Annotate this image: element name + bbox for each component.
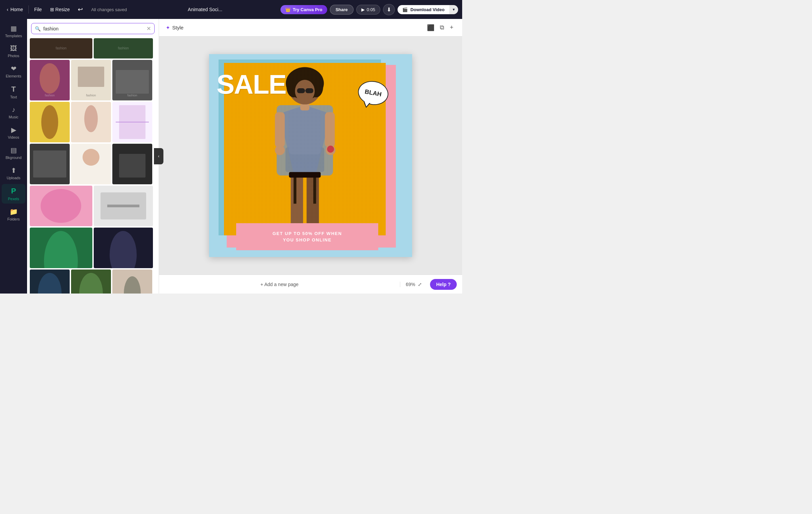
photo-item[interactable] bbox=[112, 102, 152, 142]
folders-label: Folders bbox=[7, 217, 20, 221]
templates-icon: ▦ bbox=[10, 24, 17, 32]
search-input[interactable] bbox=[43, 26, 144, 31]
design-canvas[interactable]: SALE BLAH GET UP TO 50% OFF WHEN YOU SHO… bbox=[209, 54, 412, 257]
download-dropdown-button[interactable]: ▾ bbox=[449, 5, 458, 14]
sidebar-item-elements[interactable]: ❤ Elements bbox=[2, 62, 25, 81]
text-icon: T bbox=[11, 85, 16, 94]
share-button[interactable]: Share bbox=[330, 5, 354, 15]
sidebar-item-templates[interactable]: ▦ Templates bbox=[2, 22, 25, 41]
grid-row bbox=[30, 186, 156, 226]
blah-text: BLAH bbox=[364, 88, 382, 98]
elements-icon: ❤ bbox=[11, 65, 17, 73]
sidebar-item-pexels[interactable]: P Pexels bbox=[2, 184, 25, 204]
clear-search-button[interactable]: ✕ bbox=[146, 25, 151, 32]
svg-rect-26 bbox=[119, 154, 145, 178]
play-time: 0:05 bbox=[367, 7, 375, 12]
photo-item[interactable]: fashion bbox=[112, 60, 152, 100]
collapse-icon: ‹ bbox=[158, 154, 159, 159]
grid-row bbox=[30, 270, 156, 294]
sidebar-item-folders[interactable]: 📁 Folders bbox=[2, 205, 25, 224]
canvas-wrapper: SALE BLAH GET UP TO 50% OFF WHEN YOU SHO… bbox=[159, 37, 462, 275]
home-arrow-icon: ‹ bbox=[7, 7, 8, 12]
zoom-level: 69% bbox=[406, 282, 415, 287]
background-icon: ▤ bbox=[10, 146, 17, 154]
search-icon: 🔍 bbox=[35, 26, 41, 31]
background-label: Bkground bbox=[5, 156, 21, 160]
chevron-down-icon: ▾ bbox=[453, 7, 455, 12]
photo-item[interactable]: fashion bbox=[94, 38, 153, 59]
style-sparkle-icon: ✦ bbox=[166, 25, 170, 31]
photo-item[interactable] bbox=[71, 144, 111, 184]
photo-item[interactable] bbox=[30, 102, 70, 142]
templates-label: Templates bbox=[5, 34, 22, 38]
photo-item[interactable] bbox=[94, 186, 153, 226]
canvas-area: ✦ Style ⬛ ⧉ + bbox=[159, 19, 462, 294]
frame-tool-button[interactable]: ⬛ bbox=[425, 23, 436, 33]
canvas-tools: ⬛ ⧉ + bbox=[425, 23, 455, 33]
svg-point-6 bbox=[40, 63, 60, 94]
videos-label: Videos bbox=[8, 135, 19, 139]
photo-item[interactable]: fashion bbox=[30, 60, 70, 100]
svg-point-17 bbox=[84, 105, 98, 132]
try-pro-button[interactable]: 👑 Try Canva Pro bbox=[280, 5, 327, 14]
home-label: Home bbox=[10, 7, 23, 12]
grid-row: fashion fashion fashion bbox=[30, 60, 156, 100]
collapse-panel-button[interactable]: ‹ bbox=[154, 148, 163, 164]
sidebar-item-text[interactable]: T Text bbox=[2, 82, 25, 102]
download-video-button[interactable]: 🎬 Download Video bbox=[398, 5, 449, 14]
sidebar-item-music[interactable]: ♪ Music bbox=[2, 103, 25, 122]
saved-status: All changes saved bbox=[91, 7, 127, 12]
undo-button[interactable]: ↩ bbox=[75, 4, 86, 15]
photo-item[interactable] bbox=[112, 144, 152, 184]
text-label: Text bbox=[10, 95, 17, 99]
play-icon: ▶ bbox=[361, 7, 365, 12]
uploads-icon: ⬆ bbox=[11, 166, 17, 174]
photo-item[interactable] bbox=[71, 270, 111, 294]
svg-point-15 bbox=[41, 105, 58, 139]
music-label: Music bbox=[9, 115, 19, 119]
help-button[interactable]: Help ? bbox=[430, 279, 457, 290]
play-button[interactable]: ▶ 0:05 bbox=[356, 5, 380, 15]
grid-row bbox=[30, 144, 156, 184]
photo-item[interactable] bbox=[112, 270, 152, 294]
sidebar-item-background[interactable]: ▤ Bkground bbox=[2, 143, 25, 162]
try-pro-label: Try Canva Pro bbox=[293, 7, 322, 12]
add-page-button[interactable]: + Add a new page bbox=[159, 282, 400, 287]
photo-item[interactable]: fashion bbox=[30, 38, 92, 59]
photo-item[interactable] bbox=[71, 102, 111, 142]
svg-point-28 bbox=[41, 189, 81, 223]
download-icon-button[interactable]: ⬇ bbox=[383, 4, 395, 15]
bubble-shape: BLAH bbox=[356, 79, 390, 108]
home-button[interactable]: ‹ Home bbox=[4, 5, 26, 14]
sidebar-item-videos[interactable]: ▶ Videos bbox=[2, 123, 25, 142]
copy-tool-button[interactable]: ⧉ bbox=[438, 23, 446, 32]
sale-text: SALE bbox=[217, 71, 286, 98]
file-button[interactable]: File bbox=[31, 5, 45, 14]
photo-item[interactable] bbox=[30, 270, 70, 294]
resize-button[interactable]: ⊞ Resize bbox=[47, 5, 73, 14]
photo-item[interactable] bbox=[94, 228, 153, 268]
photo-panel: 🔍 ✕ fashion fashion fashion bbox=[27, 19, 159, 294]
uploads-label: Uploads bbox=[7, 176, 20, 180]
svg-text:fashion: fashion bbox=[45, 94, 54, 97]
zoom-controls: 69% ⤢ bbox=[400, 282, 427, 287]
svg-text:fashion: fashion bbox=[118, 46, 129, 50]
crown-icon: 👑 bbox=[285, 7, 291, 12]
photo-grid: fashion fashion fashion fashion fashion bbox=[27, 37, 159, 294]
photo-item[interactable] bbox=[30, 186, 92, 226]
pexels-label: Pexels bbox=[8, 197, 19, 201]
photo-item[interactable] bbox=[30, 228, 92, 268]
svg-text:fashion: fashion bbox=[55, 46, 66, 50]
sidebar-item-photos[interactable]: 🖼 Photos bbox=[2, 42, 25, 61]
music-icon: ♪ bbox=[12, 106, 15, 114]
add-tool-button[interactable]: + bbox=[448, 23, 455, 32]
bottom-line2: YOU SHOP ONLINE bbox=[283, 237, 332, 242]
search-bar: 🔍 ✕ bbox=[27, 19, 159, 37]
sale-bottom-text: GET UP TO 50% OFF WHEN YOU SHOP ONLINE bbox=[272, 230, 342, 243]
doc-title-button[interactable]: Animated Soci... bbox=[185, 5, 225, 14]
photo-item[interactable] bbox=[30, 144, 70, 184]
sidebar-item-uploads[interactable]: ⬆ Uploads bbox=[2, 164, 25, 183]
folders-icon: 📁 bbox=[9, 208, 18, 216]
zoom-expand-button[interactable]: ⤢ bbox=[418, 282, 422, 287]
photo-item[interactable]: fashion bbox=[71, 60, 111, 100]
